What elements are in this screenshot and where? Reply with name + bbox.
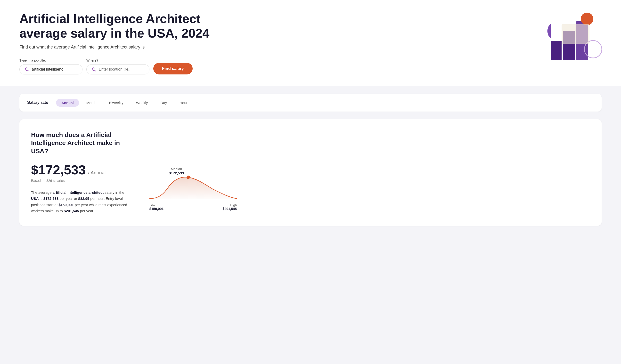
desc-bold-hourly: $82.95 xyxy=(78,197,89,200)
page-title: Artificial Intelligence Architect averag… xyxy=(19,12,218,41)
hero-subtitle: Find out what the average Artificial Int… xyxy=(19,45,218,50)
tab-day[interactable]: Day xyxy=(155,99,172,107)
chart-bottom-labels: Low $150,001 High $201,545 xyxy=(149,203,237,211)
chart-low: Low $150,001 xyxy=(149,203,163,211)
card-inner: $172,533 / Annual Based on 326 salaries … xyxy=(31,162,590,214)
svg-point-7 xyxy=(581,13,593,25)
high-label: High xyxy=(223,203,237,207)
job-search-wrap xyxy=(19,64,83,74)
search-row: Type in a job title: Where? xyxy=(19,58,218,74)
hero-illustration xyxy=(538,7,602,60)
median-text: Median xyxy=(169,167,184,171)
job-search-icon xyxy=(24,67,29,72)
svg-rect-6 xyxy=(551,41,562,60)
card-right: Median $172,533 xyxy=(149,162,590,211)
main-card: How much does a Artificial Intelligence … xyxy=(19,119,602,226)
salary-rate-bar: Salary rate Annual Month Biweekly Weekly… xyxy=(19,94,602,112)
card-left: $172,533 / Annual Based on 326 salaries … xyxy=(31,162,138,214)
svg-line-3 xyxy=(95,70,96,71)
salary-chart: Median $172,533 xyxy=(149,167,237,211)
location-search-label: Where? xyxy=(86,58,149,62)
location-search-group: Where? xyxy=(86,58,149,74)
location-search-icon xyxy=(91,67,96,72)
svg-point-10 xyxy=(187,176,190,179)
job-search-input[interactable] xyxy=(32,67,77,71)
desc-bold-country: USA xyxy=(31,197,39,200)
chart-high: High $201,545 xyxy=(223,203,237,211)
tab-biweekly[interactable]: Biweekly xyxy=(104,99,129,107)
desc-bold-title: artificial intelligence architect xyxy=(52,190,104,195)
location-search-wrap xyxy=(86,64,149,74)
illustration-svg xyxy=(538,7,602,60)
low-value: $150,001 xyxy=(149,207,163,211)
tab-hour[interactable]: Hour xyxy=(174,99,193,107)
job-search-label: Type in a job title: xyxy=(19,58,83,62)
salary-based: Based on 326 salaries xyxy=(31,179,138,182)
salary-display: $172,533 / Annual xyxy=(31,162,138,177)
desc-bold-top: $201,545 xyxy=(64,209,79,213)
salary-period: / Annual xyxy=(88,170,105,176)
salary-description: The average artificial intelligence arch… xyxy=(31,189,128,214)
salary-amount: $172,533 xyxy=(31,162,86,177)
rate-tabs: Annual Month Biweekly Weekly Day Hour xyxy=(56,99,193,107)
salary-rate-label: Salary rate xyxy=(27,100,48,105)
tab-month[interactable]: Month xyxy=(81,99,102,107)
low-label: Low xyxy=(149,203,163,207)
hero-section: Artificial Intelligence Architect averag… xyxy=(0,0,621,86)
card-title: How much does a Artificial Intelligence … xyxy=(31,131,133,155)
chart-svg xyxy=(149,172,237,201)
location-search-input[interactable] xyxy=(99,67,144,71)
desc-bold-entry: $150,001 xyxy=(58,203,74,207)
hero-content: Artificial Intelligence Architect averag… xyxy=(19,12,218,74)
job-search-group: Type in a job title: xyxy=(19,58,83,74)
svg-line-1 xyxy=(28,70,29,71)
high-value: $201,545 xyxy=(223,207,237,211)
desc-bold-salary: $172,533 xyxy=(43,197,59,200)
svg-rect-9 xyxy=(562,24,589,44)
tab-annual[interactable]: Annual xyxy=(56,99,79,107)
find-salary-button[interactable]: Find salary xyxy=(153,63,193,74)
tab-weekly[interactable]: Weekly xyxy=(131,99,153,107)
